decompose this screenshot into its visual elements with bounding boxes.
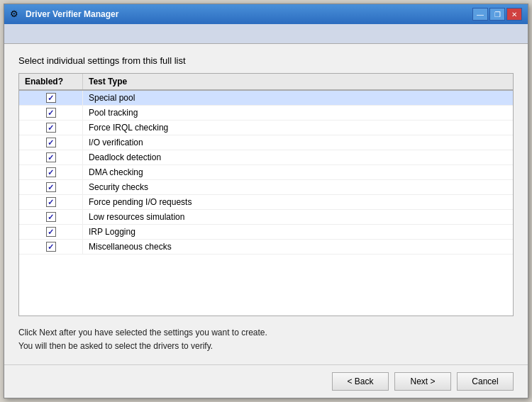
checkbox[interactable] — [46, 212, 56, 222]
row-enabled-cell — [19, 165, 83, 179]
table-row[interactable]: Security checks — [19, 180, 513, 195]
button-bar: < Back Next > Cancel — [4, 364, 528, 398]
row-test-label: Security checks — [83, 180, 513, 194]
checkbox[interactable] — [46, 182, 56, 192]
row-enabled-cell — [19, 91, 83, 105]
maximize-button[interactable]: ❐ — [489, 8, 505, 21]
table-row[interactable]: Force IRQL checking — [19, 121, 513, 135]
checkbox[interactable] — [46, 227, 56, 237]
row-enabled-cell — [19, 225, 83, 239]
table-header: Enabled? Test Type — [19, 74, 513, 91]
content-area: Select individual settings from this ful… — [4, 44, 528, 364]
bottom-line2: You will then be asked to select the dri… — [18, 340, 514, 353]
row-enabled-cell — [19, 135, 83, 150]
checkbox[interactable] — [46, 152, 56, 162]
row-enabled-cell — [19, 150, 83, 164]
checkbox[interactable] — [46, 93, 56, 103]
cancel-button[interactable]: Cancel — [457, 372, 514, 391]
row-enabled-cell — [19, 195, 83, 209]
checkbox[interactable] — [46, 123, 56, 133]
row-test-label: Special pool — [83, 91, 513, 105]
next-button[interactable]: Next > — [394, 372, 451, 391]
table-row[interactable]: I/O verification — [19, 135, 513, 150]
row-enabled-cell — [19, 121, 83, 135]
row-test-label: Low resources simulation — [83, 210, 513, 224]
row-enabled-cell — [19, 210, 83, 224]
window-icon: ⚙ — [10, 9, 21, 20]
table-row[interactable]: DMA checking — [19, 165, 513, 180]
main-window: ⚙ Driver Verifier Manager — ❐ ✕ Select i… — [4, 4, 528, 398]
minimize-button[interactable]: — — [472, 8, 488, 21]
row-test-label: DMA checking — [83, 165, 513, 179]
table-row[interactable]: Pool tracking — [19, 106, 513, 121]
table-row[interactable]: Low resources simulation — [19, 210, 513, 225]
title-bar: ⚙ Driver Verifier Manager — ❐ ✕ — [4, 4, 528, 24]
checkbox[interactable] — [46, 197, 56, 207]
close-button[interactable]: ✕ — [506, 8, 522, 21]
title-bar-buttons: — ❐ ✕ — [472, 8, 522, 21]
row-test-label: I/O verification — [83, 135, 513, 150]
bottom-line1: Click Next after you have selected the s… — [18, 326, 514, 340]
col-header-test: Test Type — [83, 74, 513, 89]
col-header-enabled: Enabled? — [19, 74, 83, 89]
bottom-instructions: Click Next after you have selected the s… — [18, 326, 514, 353]
table-row[interactable]: Force pending I/O requests — [19, 195, 513, 210]
row-test-label: Force pending I/O requests — [83, 195, 513, 209]
row-test-label: Pool tracking — [83, 106, 513, 120]
table-body: Special poolPool trackingForce IRQL chec… — [19, 91, 513, 255]
table-row[interactable]: Miscellaneous checks — [19, 240, 513, 255]
window-title: Driver Verifier Manager — [26, 9, 472, 19]
instruction-text: Select individual settings from this ful… — [18, 55, 514, 66]
row-enabled-cell — [19, 106, 83, 120]
table-row[interactable]: Deadlock detection — [19, 150, 513, 165]
table-row[interactable]: Special pool — [19, 91, 513, 106]
row-test-label: IRP Logging — [83, 225, 513, 239]
row-test-label: Miscellaneous checks — [83, 240, 513, 254]
checkbox[interactable] — [46, 242, 56, 252]
checkbox[interactable] — [46, 138, 56, 147]
nav-bar — [4, 24, 528, 44]
checkbox[interactable] — [46, 108, 56, 118]
back-button[interactable]: < Back — [332, 372, 389, 391]
row-enabled-cell — [19, 240, 83, 254]
table-row[interactable]: IRP Logging — [19, 225, 513, 240]
row-test-label: Force IRQL checking — [83, 121, 513, 135]
row-enabled-cell — [19, 180, 83, 194]
row-test-label: Deadlock detection — [83, 150, 513, 164]
checkbox[interactable] — [46, 167, 56, 177]
settings-table[interactable]: Enabled? Test Type Special poolPool trac… — [18, 73, 514, 316]
